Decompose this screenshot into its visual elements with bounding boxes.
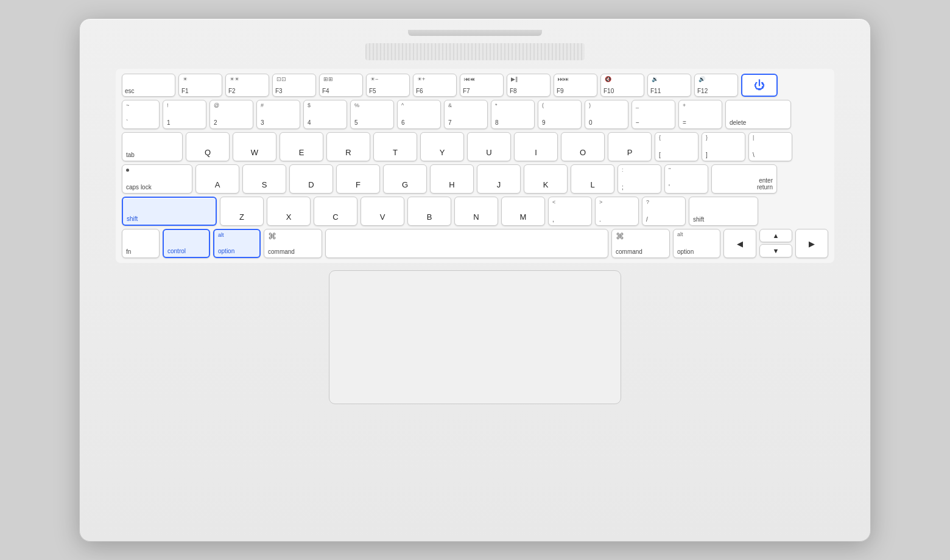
key-shift-right[interactable]: shift (689, 197, 758, 226)
key-7[interactable]: & 7 (444, 100, 488, 129)
key-period[interactable]: > . (595, 197, 639, 226)
key-esc[interactable]: esc (122, 74, 175, 97)
key-f2[interactable]: ☀☀ F2 (225, 74, 269, 97)
key-q[interactable]: Q (186, 132, 230, 161)
fn-row: esc ☀ F1 ☀☀ F2 ⊡⊡ F3 ⊞⊞ F4 ☀− F5 (122, 74, 828, 97)
key-6[interactable]: ^ 6 (397, 100, 441, 129)
key-f10[interactable]: 🔇 F10 (600, 74, 644, 97)
laptop-body: esc ☀ F1 ☀☀ F2 ⊡⊡ F3 ⊞⊞ F4 ☀− F5 (79, 18, 871, 542)
key-m[interactable]: M (501, 197, 545, 226)
key-delete[interactable]: delete (725, 100, 791, 129)
key-semicolon[interactable]: : ; (618, 164, 661, 194)
key-f12[interactable]: 🔊 F12 (694, 74, 738, 97)
key-h[interactable]: H (430, 164, 474, 194)
key-3[interactable]: # 3 (256, 100, 300, 129)
key-tab[interactable]: tab (122, 132, 183, 161)
key-backtick[interactable]: ~ ` (122, 100, 160, 129)
key-5[interactable]: % 5 (350, 100, 394, 129)
speaker-grille (365, 43, 585, 60)
key-comma[interactable]: < , (548, 197, 592, 226)
key-f8[interactable]: ▶‖ F8 (507, 74, 551, 97)
key-d[interactable]: D (289, 164, 333, 194)
key-n[interactable]: N (454, 197, 498, 226)
arrow-ud-container: ▲ ▼ (759, 229, 792, 258)
key-c[interactable]: C (314, 197, 357, 226)
key-2[interactable]: @ 2 (209, 100, 253, 129)
key-s[interactable]: S (242, 164, 286, 194)
num-row: ~ ` ! 1 @ 2 # 3 $ 4 % 5 (122, 100, 828, 129)
key-fn[interactable]: fn (122, 229, 160, 258)
key-arrow-left[interactable]: ◀ (723, 229, 756, 258)
key-9[interactable]: ( 9 (538, 100, 582, 129)
key-r[interactable]: R (326, 132, 370, 161)
key-v[interactable]: V (361, 197, 404, 226)
key-e[interactable]: E (280, 132, 323, 161)
key-f9[interactable]: ⏭⏭ F9 (554, 74, 597, 97)
key-slash[interactable]: ? / (642, 197, 686, 226)
key-a[interactable]: A (195, 164, 239, 194)
key-minus[interactable]: _ − (632, 100, 675, 129)
key-f3[interactable]: ⊡⊡ F3 (272, 74, 316, 97)
key-f5[interactable]: ☀− F5 (366, 74, 410, 97)
keyboard-area: esc ☀ F1 ☀☀ F2 ⊡⊡ F3 ⊞⊞ F4 ☀− F5 (116, 69, 834, 263)
key-arrow-right[interactable]: ▶ (795, 229, 828, 258)
key-j[interactable]: J (477, 164, 521, 194)
trackpad[interactable] (329, 270, 621, 404)
key-t[interactable]: T (373, 132, 417, 161)
key-k[interactable]: K (524, 164, 568, 194)
key-power[interactable]: ⏻ (741, 74, 778, 97)
key-f[interactable]: F (336, 164, 380, 194)
key-f1[interactable]: ☀ F1 (178, 74, 222, 97)
key-option-right[interactable]: alt option (673, 229, 720, 258)
key-enter[interactable]: enter return (711, 164, 777, 194)
zxcv-row: shift Z X C V B N M < , > . ? / shift (122, 197, 828, 226)
key-close-bracket[interactable]: } ] (702, 132, 745, 161)
key-f7[interactable]: ⏮⏮ F7 (460, 74, 504, 97)
key-0[interactable]: ) 0 (585, 100, 628, 129)
key-capslock[interactable]: caps lock (122, 164, 192, 194)
key-x[interactable]: X (267, 197, 311, 226)
key-y[interactable]: Y (420, 132, 464, 161)
key-f4[interactable]: ⊞⊞ F4 (319, 74, 363, 97)
key-quote[interactable]: " ' (664, 164, 708, 194)
key-option-left[interactable]: alt option (213, 229, 261, 258)
key-o[interactable]: O (561, 132, 605, 161)
key-z[interactable]: Z (220, 197, 264, 226)
key-b[interactable]: B (407, 197, 451, 226)
asdf-row: caps lock A S D F G H J K L : ; " ' ente… (122, 164, 828, 194)
key-open-bracket[interactable]: { [ (655, 132, 698, 161)
key-arrow-up[interactable]: ▲ (759, 229, 792, 242)
key-8[interactable]: * 8 (491, 100, 535, 129)
key-equals[interactable]: + = (678, 100, 722, 129)
key-shift-left[interactable]: shift (122, 197, 217, 226)
key-l[interactable]: L (571, 164, 614, 194)
qwerty-row: tab Q W E R T Y U I O P { [ } ] | \ (122, 132, 828, 161)
key-p[interactable]: P (608, 132, 652, 161)
key-arrow-down[interactable]: ▼ (759, 244, 792, 257)
key-w[interactable]: W (233, 132, 276, 161)
key-1[interactable]: ! 1 (163, 100, 206, 129)
key-f6[interactable]: ☀+ F6 (413, 74, 457, 97)
hinge-bar (408, 30, 542, 36)
key-f11[interactable]: 🔉 F11 (647, 74, 691, 97)
capslock-indicator (126, 169, 129, 172)
bottom-row: fn control alt option ⌘ command ⌘ comman… (122, 229, 828, 258)
key-u[interactable]: U (467, 132, 511, 161)
key-control[interactable]: control (163, 229, 210, 258)
key-i[interactable]: I (514, 132, 558, 161)
key-command-left[interactable]: ⌘ command (264, 229, 322, 258)
key-space[interactable] (325, 229, 608, 258)
key-4[interactable]: $ 4 (303, 100, 347, 129)
key-backslash[interactable]: | \ (748, 132, 792, 161)
key-g[interactable]: G (383, 164, 427, 194)
key-command-right[interactable]: ⌘ command (611, 229, 670, 258)
